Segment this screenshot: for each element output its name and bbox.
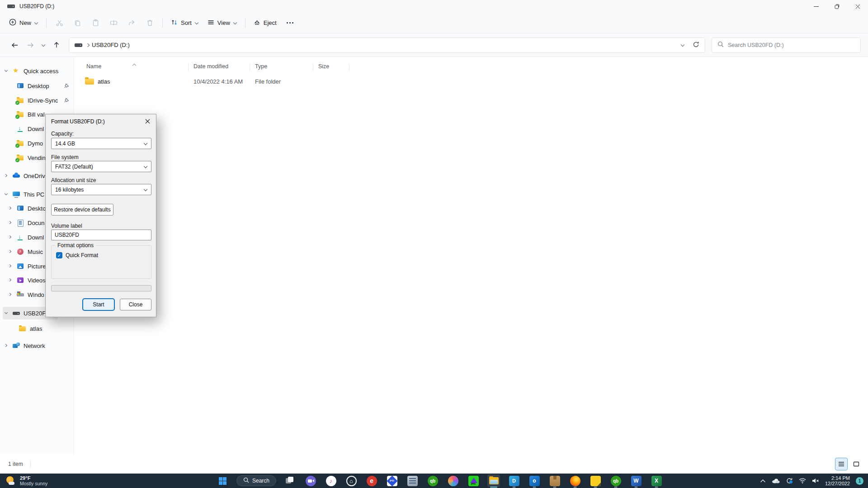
taskbar-app-home[interactable] xyxy=(345,474,358,487)
expander-icon[interactable] xyxy=(9,278,12,282)
tray-overflow-chevron[interactable] xyxy=(760,479,766,483)
share-button[interactable] xyxy=(123,16,141,30)
expander-icon[interactable] xyxy=(9,206,12,210)
download-icon xyxy=(17,125,24,132)
more-options-button[interactable] xyxy=(281,16,299,30)
breadcrumb[interactable]: USB20FD (D:) xyxy=(69,38,705,53)
taskbar-app-dymo[interactable]: D xyxy=(508,474,520,487)
cut-button[interactable] xyxy=(50,16,68,30)
dialog-close-icon[interactable] xyxy=(142,116,153,126)
dialog-close-button[interactable]: Close xyxy=(120,299,151,310)
file-row-atlas[interactable]: atlas 10/4/2022 4:16 AM File folder xyxy=(76,75,863,89)
maximize-button[interactable] xyxy=(826,0,847,13)
taskbar-app-pti-green[interactable]: PTI xyxy=(467,474,480,487)
large-icons-view-toggle[interactable] xyxy=(850,458,863,470)
clock-time: 2:14 PM xyxy=(825,475,850,481)
address-dropdown-icon[interactable] xyxy=(681,43,684,47)
checkbox-checked-icon[interactable]: ✓ xyxy=(56,252,62,258)
copy-button[interactable] xyxy=(68,16,86,30)
minimize-button[interactable] xyxy=(806,0,826,13)
taskbar-app-word[interactable]: W xyxy=(630,474,642,487)
expander-icon[interactable] xyxy=(5,174,8,178)
column-date-modified[interactable]: Date modified xyxy=(193,63,228,70)
taskbar-app-sticky-notes[interactable] xyxy=(589,474,602,487)
expander-icon[interactable] xyxy=(9,235,12,239)
expander-icon[interactable] xyxy=(9,293,12,296)
package-app-icon xyxy=(550,476,560,486)
expander-icon[interactable] xyxy=(5,311,8,315)
forward-button[interactable] xyxy=(23,38,38,52)
file-system-select[interactable]: FAT32 (Default) xyxy=(51,161,151,172)
sidebar-item-atlas[interactable]: atlas xyxy=(0,322,74,335)
delete-button[interactable] xyxy=(141,16,159,30)
itunes-icon xyxy=(326,476,336,486)
back-button[interactable] xyxy=(7,38,23,52)
sidebar-item-network[interactable]: Network xyxy=(0,339,74,352)
sidebar-item-idrive-sync[interactable]: ✓ IDrive-Sync xyxy=(0,94,74,107)
column-type[interactable]: Type xyxy=(255,63,267,70)
volume-muted-icon[interactable] xyxy=(812,478,819,483)
format-options-group: Format options ✓ Quick Format xyxy=(51,245,151,279)
taskbar-app-firefox[interactable] xyxy=(569,474,581,487)
quick-format-option[interactable]: ✓ Quick Format xyxy=(56,252,98,258)
sidebar-item-quick-access[interactable]: Quick access xyxy=(0,64,74,78)
details-view-toggle[interactable] xyxy=(835,458,848,470)
file-name[interactable]: atlas xyxy=(98,78,110,85)
sort-button[interactable]: Sort xyxy=(166,16,203,30)
task-view-button[interactable] xyxy=(284,474,297,487)
quickbooks-icon: qb xyxy=(428,476,438,486)
taskbar-app-pti-blue[interactable]: PTI xyxy=(386,474,398,487)
start-button[interactable]: Start xyxy=(83,299,114,310)
search-input[interactable] xyxy=(728,42,855,48)
view-button[interactable]: View xyxy=(203,16,241,30)
column-size[interactable]: Size xyxy=(318,63,329,70)
notification-badge[interactable]: 1 xyxy=(856,477,863,485)
volume-label-input[interactable] xyxy=(51,230,151,240)
eject-button[interactable]: Eject xyxy=(249,16,281,30)
up-button[interactable] xyxy=(49,38,64,52)
expander-icon[interactable] xyxy=(5,344,8,347)
chevron-down-icon xyxy=(233,21,237,25)
taskbar-app-box[interactable] xyxy=(548,474,561,487)
eject-label: Eject xyxy=(264,19,277,26)
taskbar-app-quickbooks-1[interactable]: qb xyxy=(426,474,439,487)
taskbar-app-excel[interactable]: X xyxy=(650,474,663,487)
column-name[interactable]: Name xyxy=(86,63,101,70)
taskbar-app-notes[interactable] xyxy=(406,474,419,487)
sidebar-item-desktop[interactable]: Desktop xyxy=(0,79,74,93)
rename-button[interactable] xyxy=(104,16,123,30)
recent-locations-button[interactable] xyxy=(38,38,49,52)
pti-green-icon: PTI xyxy=(468,476,479,486)
wifi-icon[interactable] xyxy=(799,478,806,483)
expander-icon[interactable] xyxy=(5,192,8,196)
paste-button[interactable] xyxy=(86,16,104,30)
start-button[interactable] xyxy=(216,474,229,487)
weather-widget[interactable]: 29°F Mostly sunny xyxy=(5,475,47,487)
taskbar-app-quickbooks-2[interactable]: qb xyxy=(609,474,622,487)
restore-defaults-button[interactable]: Restore device defaults xyxy=(51,204,113,216)
breadcrumb-drive[interactable]: USB20FD (D:) xyxy=(92,42,130,48)
allocation-select[interactable]: 16 kilobytes xyxy=(51,184,151,195)
pin-icon xyxy=(64,97,69,104)
close-button[interactable] xyxy=(847,0,868,13)
search-box[interactable] xyxy=(712,38,861,53)
expander-icon[interactable] xyxy=(9,250,12,253)
onedrive-tray-icon[interactable] xyxy=(772,478,780,483)
capacity-select[interactable]: 14.4 GB xyxy=(51,138,151,149)
expander-icon[interactable] xyxy=(9,221,12,225)
desktop-icon xyxy=(17,205,24,212)
taskbar-app-file-explorer[interactable] xyxy=(487,474,500,487)
taskbar-app-edge[interactable]: e xyxy=(365,474,378,487)
taskbar-app-video[interactable] xyxy=(304,474,317,487)
new-button[interactable]: New xyxy=(5,15,42,30)
sync-tray-icon[interactable] xyxy=(786,478,793,484)
expander-icon[interactable] xyxy=(9,264,12,268)
taskbar-app-drop[interactable] xyxy=(447,474,459,487)
taskbar-app-itunes[interactable] xyxy=(325,474,337,487)
star-icon xyxy=(13,67,20,75)
taskbar-app-outlook[interactable]: o xyxy=(528,474,541,487)
taskbar-search[interactable]: Search xyxy=(236,475,276,486)
taskbar-clock[interactable]: 2:14 PM 12/27/2022 xyxy=(825,475,850,487)
refresh-button[interactable] xyxy=(693,41,699,49)
expander-icon[interactable] xyxy=(5,69,8,73)
